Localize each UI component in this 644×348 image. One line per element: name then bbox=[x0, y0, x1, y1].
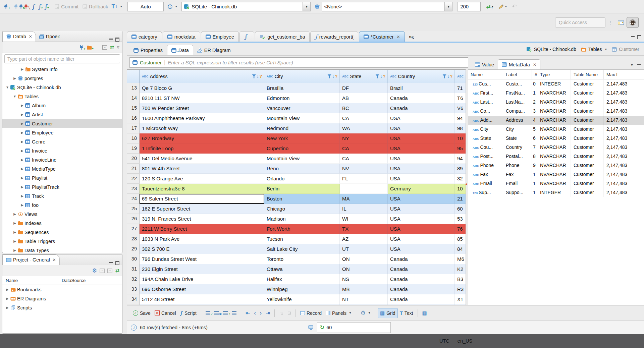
reconnect-icon[interactable]: ↻ bbox=[18, 4, 23, 9]
grid-cell[interactable]: MB bbox=[340, 284, 388, 294]
timezone-indicator[interactable]: UTC bbox=[435, 334, 453, 348]
grid-cell[interactable]: DF bbox=[340, 83, 388, 93]
expand-arrow-icon[interactable]: ▶ bbox=[20, 158, 24, 162]
tree-item-customer[interactable]: ▶Customer bbox=[2, 119, 122, 128]
grid-cell[interactable]: Brazil bbox=[388, 83, 455, 93]
grid-mode-button[interactable]: ▦Grid bbox=[378, 308, 398, 318]
tree-item-artist[interactable]: ▶Artist bbox=[2, 110, 122, 119]
row-number[interactable]: 29 bbox=[127, 244, 140, 254]
expand-arrow-icon[interactable]: ▶ bbox=[20, 167, 24, 171]
tree-item-employee[interactable]: ▶Employee bbox=[2, 128, 122, 137]
grid-cell[interactable]: 230 Elgin Street bbox=[140, 264, 264, 274]
grid-cell[interactable]: USA bbox=[388, 143, 455, 154]
grid-cell[interactable]: Vancouver bbox=[264, 103, 340, 113]
record-mode-button[interactable]: Record bbox=[298, 310, 324, 316]
grid-cell[interactable]: Cupertino bbox=[264, 143, 340, 154]
grid-cell[interactable]: USA bbox=[388, 154, 455, 164]
metadata-row[interactable]: ABCStateState6NVARCHARCustomer2,147,483 bbox=[468, 134, 644, 143]
row-number[interactable]: 14 bbox=[127, 93, 140, 103]
row-number[interactable]: 27 bbox=[127, 224, 140, 234]
new-folder-icon[interactable]: + bbox=[87, 45, 92, 50]
grid-cell[interactable]: BC bbox=[340, 103, 388, 113]
column-header-state[interactable]: ABCState↕? bbox=[340, 70, 388, 83]
object-filter-input[interactable]: Type part of object name to filter bbox=[4, 54, 120, 63]
metadata-column-header[interactable]: Type bbox=[537, 70, 571, 79]
grid-cell[interactable]: USA bbox=[388, 214, 455, 224]
expand-arrow-icon[interactable]: ▶ bbox=[5, 288, 10, 291]
grid-cell[interactable]: 120 S Orange Ave bbox=[140, 174, 264, 184]
duplicate-row-icon[interactable] bbox=[230, 311, 238, 315]
column-info-icon[interactable]: ? bbox=[450, 74, 452, 79]
grid-cell[interactable] bbox=[340, 184, 388, 194]
sort-icon[interactable]: ↕ bbox=[257, 74, 259, 79]
grid-cell[interactable]: USA bbox=[388, 244, 455, 254]
expand-arrow-icon[interactable]: ▶ bbox=[5, 306, 10, 309]
metadata-row[interactable]: ABCPhonePhone9NVARCHARCustomer2,147,483 bbox=[468, 161, 644, 170]
cancel-button[interactable]: ✕Cancel bbox=[153, 310, 178, 316]
editor-tab-category[interactable]: category bbox=[127, 31, 162, 42]
expand-arrow-icon[interactable]: ▼ bbox=[5, 85, 10, 89]
project-item-bookmarks[interactable]: ▶★Bookmarks bbox=[2, 285, 122, 294]
grid-cell[interactable]: Qe 7 Bloco G bbox=[140, 83, 264, 93]
grid-cell[interactable]: 627 Broadway bbox=[140, 133, 264, 143]
grid-cell[interactable]: 69 Salem Street bbox=[140, 194, 264, 204]
expand-arrow-icon[interactable]: ▶ bbox=[20, 113, 24, 116]
row-number[interactable]: 18 bbox=[127, 133, 140, 143]
editor-tab-mockdata[interactable]: mockdata bbox=[163, 31, 200, 42]
fetch-next-page-icon[interactable]: ↴ bbox=[277, 310, 285, 316]
expand-arrow-icon[interactable]: ▶ bbox=[12, 248, 17, 252]
tab-data[interactable]: ‹› Data bbox=[167, 45, 193, 55]
tree-item-playlisttrack[interactable]: ▶PlaylistTrack bbox=[2, 182, 122, 191]
grid-cell[interactable]: 1033 N Park Ave bbox=[140, 234, 264, 244]
grid-cell[interactable]: USA bbox=[388, 133, 455, 143]
grid-cell[interactable]: Canada bbox=[388, 294, 455, 304]
maximize-editor-icon[interactable] bbox=[637, 35, 641, 39]
pencil-icon[interactable] bbox=[498, 4, 504, 9]
grid-cell[interactable]: USA bbox=[388, 123, 455, 133]
expand-arrow-icon[interactable]: ▶ bbox=[20, 176, 24, 180]
expand-arrow-icon[interactable]: ▶ bbox=[20, 194, 24, 198]
grid-cell[interactable]: FL bbox=[340, 174, 388, 184]
edit-value-inline-icon[interactable]: ▣ bbox=[212, 311, 221, 315]
grid-cell[interactable]: Winnipeg bbox=[264, 284, 340, 294]
tab-metadata[interactable]: MetaData✕ bbox=[498, 59, 540, 69]
metadata-row[interactable]: 123Cus...Custo...0INTEGERCustomer2,147,4… bbox=[468, 79, 644, 89]
row-number[interactable]: 25 bbox=[127, 204, 140, 214]
breadcrumb-entity[interactable]: Customer bbox=[619, 47, 639, 52]
grid-cell[interactable]: 5112 48 Street bbox=[140, 294, 264, 304]
column-header-name[interactable]: Name bbox=[2, 278, 59, 283]
grid-cell[interactable]: Tauentzienstraße 8 bbox=[140, 184, 264, 194]
link-with-editor-icon[interactable]: ⇄ bbox=[110, 44, 114, 50]
grid-cell[interactable]: ON bbox=[340, 254, 388, 264]
grid-cell[interactable]: Canada bbox=[388, 103, 455, 113]
expand-arrow-icon[interactable]: ▶ bbox=[20, 131, 24, 134]
metadata-column-header[interactable]: Table Name bbox=[571, 70, 604, 79]
expand-arrow-icon[interactable]: ▶ bbox=[20, 140, 24, 143]
row-number[interactable]: 13 bbox=[127, 83, 140, 93]
script-button[interactable]: ∫Script bbox=[178, 310, 199, 316]
grid-cell[interactable]: 1 Microsoft Way bbox=[140, 123, 264, 133]
breadcrumb-tables[interactable]: Tables bbox=[588, 47, 602, 52]
tab-projects[interactable]: Проек bbox=[36, 32, 63, 42]
new-connection-icon[interactable]: + bbox=[79, 45, 84, 50]
tree-item-postgres[interactable]: ▶postgres bbox=[2, 74, 122, 83]
tree-item-tables[interactable]: ▼Tables bbox=[2, 92, 122, 101]
save-button[interactable]: ✓Save bbox=[131, 310, 153, 316]
maximize-panel-icon[interactable] bbox=[115, 261, 119, 265]
metadata-column-header[interactable]: Label bbox=[503, 70, 532, 79]
close-tab-icon[interactable]: ✕ bbox=[53, 257, 56, 262]
rollback-button[interactable]: Rollback bbox=[80, 2, 110, 11]
metadata-row[interactable]: ABCLast...LastNa...2NVARCHARCustomer2,14… bbox=[468, 98, 644, 107]
column-header-address[interactable]: ABCAddress↕? bbox=[140, 70, 264, 83]
grid-cell[interactable]: Canada bbox=[388, 274, 455, 284]
quick-access-input[interactable]: Quick Access bbox=[555, 17, 605, 27]
new-sql-editor-icon[interactable]: ∫+ bbox=[44, 4, 48, 9]
transaction-log-icon[interactable]: T⋮ bbox=[112, 4, 118, 10]
grid-cell[interactable]: CA bbox=[340, 113, 388, 123]
expand-arrow-icon[interactable]: ▶ bbox=[12, 239, 17, 243]
new-connection-icon[interactable]: + bbox=[3, 4, 8, 9]
row-number[interactable]: 31 bbox=[127, 264, 140, 274]
filter-funnel-icon[interactable] bbox=[442, 74, 446, 78]
tree-item-track[interactable]: ▶Track bbox=[2, 191, 122, 200]
metadata-row[interactable]: ABCCou...Country7NVARCHARCustomer2,147,4… bbox=[468, 143, 644, 152]
